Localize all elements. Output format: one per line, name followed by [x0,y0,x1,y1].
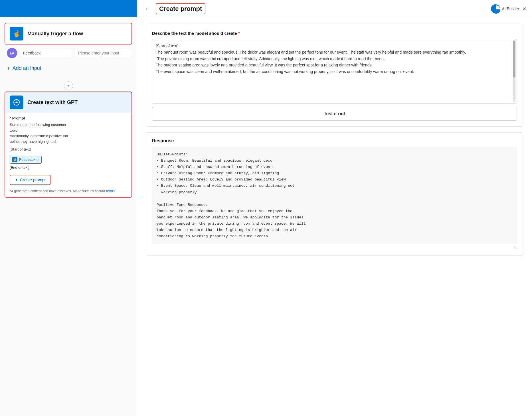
ai-disclaimer: AI-generated content can have mistakes. … [10,188,127,194]
feedback-tag-icon: ☝ [12,157,17,162]
test-it-out-button[interactable]: Test it out [152,107,517,121]
describe-textarea-wrapper [152,39,517,104]
prompt-label: * Prompt [10,116,127,120]
ai-builder-label: AI Builder [502,7,519,11]
left-panel: ☝ Manually trigger a flow aA + Add an in… [0,0,137,416]
describe-section: Describe the text the model should creat… [146,25,523,127]
end-tag: [End of text] [10,165,127,171]
gpt-header[interactable]: Create text with GPT [5,92,132,113]
left-top-bar [0,0,137,17]
create-prompt-btn-label: Create prompt [20,178,45,182]
trigger-block[interactable]: ☝ Manually trigger a flow [5,23,132,44]
start-tag: [Start of text] [10,147,127,152]
back-button[interactable]: ← [143,5,152,13]
disclaimer-text: AI-generated content can have mistakes. … [10,189,105,193]
right-panel: ← Create prompt AI Builder ✕ Describe th… [137,0,532,416]
add-input-label: Add an input [13,65,41,71]
ai-builder-icon [491,4,500,13]
sparkle-icon: ✦ [15,178,18,182]
page-title-box: Create prompt [156,3,205,14]
right-body: Describe the text the model should creat… [137,18,532,263]
trigger-hand-icon: ☝ [13,30,21,37]
add-input-plus-icon: + [7,65,10,72]
left-content: ☝ Manually trigger a flow aA + Add an in… [0,17,137,207]
page-title: Create prompt [159,5,202,12]
ai-builder-logo: AI Builder [491,4,519,13]
close-button[interactable]: ✕ [522,6,526,12]
resize-handle[interactable]: ⤡ [152,244,517,250]
avatar: aA [7,48,17,58]
gpt-body: * Prompt Summarize the following custome… [5,113,132,197]
create-prompt-button[interactable]: ✦ Create prompt [10,175,50,185]
resize-icon: ⤡ [513,245,517,250]
connector: + [5,81,132,90]
gpt-label: Create text with GPT [27,100,78,105]
input-row: aA [5,48,132,58]
feedback-tag[interactable]: ☝ Feedback × [10,156,42,164]
disclaimer-link[interactable]: terms [106,189,115,193]
add-input-row[interactable]: + Add an input [5,61,132,76]
plus-icon: + [67,83,70,88]
response-label: Response [152,138,517,143]
right-header: ← Create prompt AI Builder ✕ [137,0,532,18]
describe-label: Describe the text the model should creat… [152,31,517,36]
required-star: * [238,31,240,36]
trigger-icon: ☝ [10,27,23,40]
scrollbar-thumb [513,40,515,78]
textarea-scrollbar[interactable] [513,40,515,102]
feedback-tag-label: Feedback [19,157,35,162]
feedback-tag-close-icon[interactable]: × [37,158,39,162]
right-header-right: AI Builder ✕ [491,4,526,13]
feedback-input[interactable] [20,49,72,57]
response-text: Bullet-Points: • Banquet Room: Beautiful… [152,147,517,244]
describe-textarea[interactable] [152,39,517,102]
gpt-icon [10,96,23,109]
trigger-label: Manually trigger a flow [27,31,83,37]
response-section: Response Bullet-Points: • Banquet Room: … [146,132,523,256]
please-enter-input[interactable] [75,49,132,57]
gpt-block: Create text with GPT * Prompt Summarize … [5,92,132,198]
connector-circle[interactable]: + [64,81,73,90]
prompt-text-1: Summarize the following customertopic.Ad… [10,122,127,144]
